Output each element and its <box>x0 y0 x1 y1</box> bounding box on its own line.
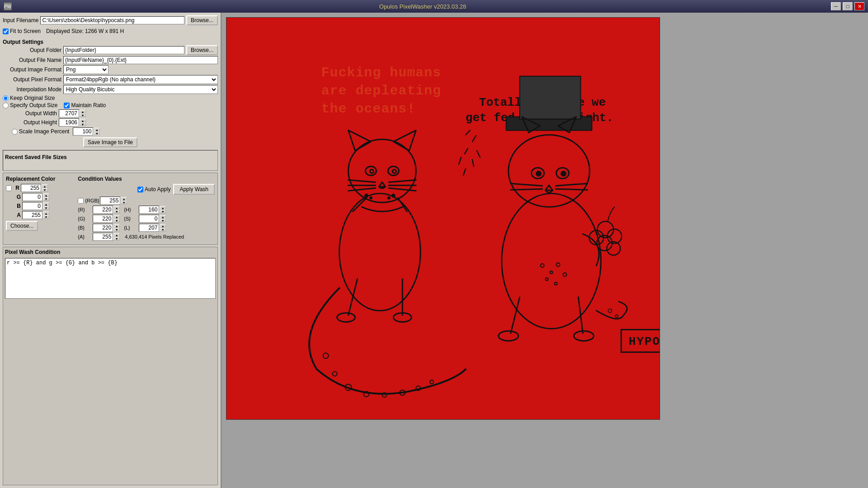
cond-g-up[interactable]: ▲ <box>113 215 120 219</box>
keep-original-radio[interactable] <box>3 95 9 101</box>
svg-point-9 <box>370 169 373 173</box>
cond-a-down[interactable]: ▼ <box>113 237 120 240</box>
cond-rgb-up[interactable]: ▲ <box>121 197 127 201</box>
repl-r-up[interactable]: ▲ <box>42 184 48 188</box>
cond-s-field[interactable] <box>139 215 159 223</box>
recent-sizes-content <box>5 160 216 169</box>
repl-g-row: G ▲ ▼ <box>6 193 74 201</box>
cond-a-field[interactable] <box>93 233 113 241</box>
scale-image-label[interactable]: Scale Image Percent <box>12 128 69 135</box>
apply-wash-button[interactable]: Apply Wash <box>173 184 215 195</box>
cond-b-label: {B} <box>78 225 91 230</box>
maintain-ratio-label[interactable]: Maintain Ratio <box>64 102 106 108</box>
auto-apply-label[interactable]: Auto Apply <box>137 186 170 192</box>
image-svg: Fucking humans are depleating the oceans… <box>226 18 660 419</box>
cond-b-up[interactable]: ▲ <box>113 224 120 228</box>
output-filename-field[interactable] <box>63 56 218 64</box>
cond-a-up[interactable]: ▲ <box>113 233 120 237</box>
output-filename-label: Output File Name <box>3 57 61 63</box>
cond-g-down[interactable]: ▼ <box>113 219 120 222</box>
fit-screen-label[interactable]: Fit to Screen <box>3 28 41 34</box>
cond-l-up[interactable]: ▲ <box>160 224 166 228</box>
cond-rgb-field[interactable] <box>100 197 120 205</box>
output-folder-browse[interactable]: Browse... <box>186 45 218 55</box>
cond-l-field[interactable] <box>139 224 159 232</box>
choose-row: Choose... <box>6 221 74 231</box>
output-image-format-label: Output Image Format <box>3 66 61 73</box>
minimize-button[interactable]: ─ <box>831 2 841 10</box>
save-row: Save Image to File <box>3 137 218 147</box>
scale-up[interactable]: ▲ <box>94 128 100 131</box>
recent-sizes-section: Recent Saved File Sizes <box>3 150 218 171</box>
cond-g-field[interactable] <box>93 215 113 223</box>
titlebar-title: Opulos PixelWasher v2023.03.28 <box>14 3 831 10</box>
output-width-down[interactable]: ▼ <box>80 113 86 117</box>
repl-r-checkbox[interactable] <box>6 185 12 191</box>
interpolation-mode-select[interactable]: High Quality Bicubic Bilinear NearestNei… <box>63 85 218 94</box>
cond-rgb-checkbox[interactable] <box>78 198 84 204</box>
choose-color-button[interactable]: Choose... <box>6 221 38 231</box>
cond-r-label: {R} <box>78 207 91 212</box>
output-height-up[interactable]: ▲ <box>80 119 86 122</box>
cond-s-up[interactable]: ▲ <box>160 215 166 219</box>
output-height-field[interactable] <box>59 118 79 127</box>
input-filename-label: Input Filename <box>3 17 38 23</box>
cond-s-down[interactable]: ▼ <box>160 219 166 222</box>
repl-a-down[interactable]: ▼ <box>43 215 49 219</box>
cond-b-down[interactable]: ▼ <box>113 228 120 231</box>
output-folder-label: Ouput Folder <box>3 47 61 53</box>
scale-down[interactable]: ▼ <box>94 131 100 135</box>
fit-screen-checkbox[interactable] <box>3 28 9 34</box>
restore-button[interactable]: □ <box>843 2 853 10</box>
cond-l-down[interactable]: ▼ <box>160 228 166 231</box>
cond-r-down[interactable]: ▼ <box>113 210 120 213</box>
specify-output-label-el[interactable]: Specify Output Size <box>3 102 57 108</box>
repl-g-field[interactable] <box>22 193 42 201</box>
cond-a-pixels-row: {A} ▲ ▼ 4,630,414 Pixels Replaced <box>78 233 215 241</box>
repl-b-down[interactable]: ▼ <box>43 206 49 210</box>
scale-field[interactable] <box>73 127 93 136</box>
maintain-ratio-checkbox[interactable] <box>64 103 70 108</box>
cond-g-s-row: {G} ▲ ▼ {S} ▲ ▼ <box>78 215 215 223</box>
output-width-field[interactable] <box>59 109 79 117</box>
keep-original-label[interactable]: Keep Original Size <box>3 95 55 101</box>
input-browse-button[interactable]: Browse... <box>186 15 218 25</box>
repl-a-field[interactable] <box>22 211 42 219</box>
cond-rgb-down[interactable]: ▼ <box>121 201 127 204</box>
auto-apply-checkbox[interactable] <box>137 187 143 192</box>
repl-g-down[interactable]: ▼ <box>43 197 49 201</box>
repl-b-up[interactable]: ▲ <box>43 202 49 206</box>
cond-rgb-label: {RGB} <box>85 198 99 203</box>
repl-r-down[interactable]: ▼ <box>42 188 48 192</box>
fit-screen-row: Fit to Screen Displayed Size: 1266 W x 8… <box>3 28 218 34</box>
cond-h-down[interactable]: ▼ <box>160 210 166 213</box>
close-button[interactable]: ✕ <box>854 2 864 10</box>
pixel-wash-textarea[interactable] <box>5 258 216 299</box>
output-folder-field[interactable] <box>63 46 184 54</box>
output-pixel-format-label: Output Pixel Format <box>3 76 61 83</box>
cond-s-label: {S} <box>124 216 137 221</box>
cond-l-label: {L} <box>124 225 137 230</box>
output-width-up[interactable]: ▲ <box>80 110 86 113</box>
cond-rgb-row: {RGB} ▲ ▼ <box>78 197 215 205</box>
condition-values-section: Condition Values Auto Apply Apply Wash {… <box>78 176 215 242</box>
cond-h-field[interactable] <box>139 206 159 214</box>
repl-a-up[interactable]: ▲ <box>43 211 49 215</box>
output-height-down[interactable]: ▼ <box>80 122 86 126</box>
repl-g-label: G <box>14 194 21 200</box>
cond-r-field[interactable] <box>93 206 113 214</box>
scale-image-radio[interactable] <box>12 129 18 135</box>
cond-b-field[interactable] <box>93 224 113 232</box>
svg-point-10 <box>392 169 396 173</box>
cond-r-up[interactable]: ▲ <box>113 206 120 210</box>
repl-g-up[interactable]: ▲ <box>43 193 49 197</box>
input-filename-field[interactable] <box>40 16 184 24</box>
cond-h-up[interactable]: ▲ <box>160 206 166 210</box>
repl-b-field[interactable] <box>22 202 42 210</box>
output-image-format-select[interactable]: Png Jpg Bmp Tiff <box>63 65 108 74</box>
output-settings-section: Output Settings Ouput Folder Browse... O… <box>3 37 218 148</box>
save-image-button[interactable]: Save Image to File <box>83 137 137 147</box>
specify-output-radio[interactable] <box>3 103 9 108</box>
output-pixel-format-select[interactable]: Format24bppRgb (No alpha channel) Format… <box>63 75 218 84</box>
repl-r-field[interactable] <box>21 184 41 192</box>
